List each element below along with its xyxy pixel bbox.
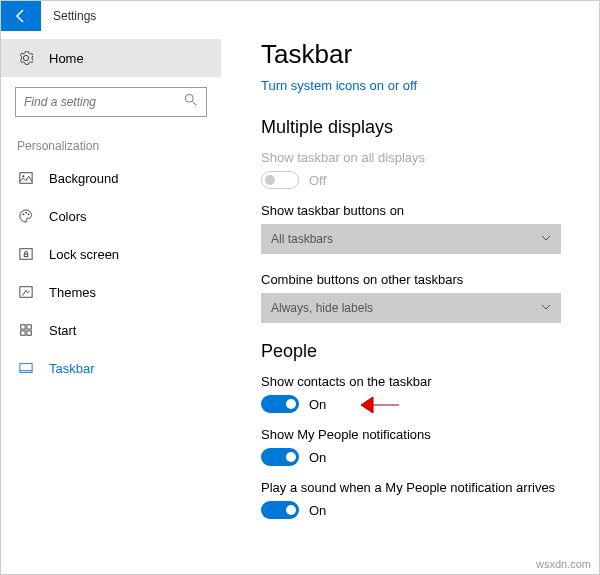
svg-point-6 (28, 213, 30, 215)
sidebar-item-start[interactable]: Start (1, 311, 221, 349)
label-show-contacts: Show contacts on the taskbar (261, 374, 569, 389)
sidebar-item-label: Taskbar (49, 361, 95, 376)
label-buttons-on: Show taskbar buttons on (261, 203, 569, 218)
search-icon (184, 93, 198, 111)
svg-rect-11 (27, 325, 31, 329)
svg-line-1 (193, 102, 197, 106)
sidebar-item-label: Colors (49, 209, 87, 224)
gear-icon (17, 51, 35, 65)
sidebar-item-themes[interactable]: Themes (1, 273, 221, 311)
svg-point-3 (22, 175, 24, 177)
label-show-notifications: Show My People notifications (261, 427, 569, 442)
toggle-show-taskbar-all (261, 171, 299, 189)
watermark: wsxdn.com (536, 558, 591, 570)
combo-combine[interactable]: Always, hide labels (261, 293, 561, 323)
chevron-down-icon (541, 301, 551, 315)
toggle-state: On (309, 450, 326, 465)
palette-icon (17, 209, 35, 223)
start-icon (17, 323, 35, 337)
sidebar-item-lockscreen[interactable]: Lock screen (1, 235, 221, 273)
toggle-show-notifications[interactable] (261, 448, 299, 466)
sidebar-item-background[interactable]: Background (1, 159, 221, 197)
toggle-state: On (309, 503, 326, 518)
combo-value: All taskbars (271, 232, 333, 246)
page-title: Taskbar (261, 39, 569, 70)
svg-rect-9 (20, 287, 32, 298)
sidebar: Home Personalization Background Colors L… (1, 31, 221, 574)
back-button[interactable] (1, 1, 41, 31)
sidebar-item-home[interactable]: Home (1, 39, 221, 77)
image-icon (17, 171, 35, 185)
sidebar-item-label: Themes (49, 285, 96, 300)
svg-point-0 (185, 94, 193, 102)
toggle-state: Off (309, 173, 326, 188)
app-title: Settings (53, 9, 96, 23)
lock-icon (17, 247, 35, 261)
label-combine: Combine buttons on other taskbars (261, 272, 569, 287)
svg-rect-10 (21, 325, 25, 329)
search-input[interactable] (24, 95, 184, 109)
chevron-down-icon (541, 232, 551, 246)
annotation-arrow (361, 393, 401, 417)
home-label: Home (49, 51, 84, 66)
svg-rect-12 (21, 331, 25, 335)
sidebar-item-colors[interactable]: Colors (1, 197, 221, 235)
brush-icon (17, 285, 35, 299)
sidebar-item-label: Start (49, 323, 76, 338)
svg-point-5 (25, 212, 27, 214)
sidebar-item-label: Background (49, 171, 118, 186)
label-show-taskbar-all: Show taskbar on all displays (261, 150, 569, 165)
section-label: Personalization (17, 139, 221, 153)
main-panel: Taskbar Turn system icons on or off Mult… (221, 31, 599, 574)
search-box[interactable] (15, 87, 207, 117)
heading-people: People (261, 341, 569, 362)
label-play-sound: Play a sound when a My People notificati… (261, 480, 569, 495)
combo-value: Always, hide labels (271, 301, 373, 315)
toggle-state: On (309, 397, 326, 412)
svg-rect-13 (27, 331, 31, 335)
sidebar-item-label: Lock screen (49, 247, 119, 262)
toggle-show-contacts[interactable] (261, 395, 299, 413)
svg-point-4 (23, 213, 25, 215)
taskbar-icon (17, 361, 35, 375)
svg-rect-8 (24, 254, 28, 257)
toggle-play-sound[interactable] (261, 501, 299, 519)
combo-buttons-on[interactable]: All taskbars (261, 224, 561, 254)
system-icons-link[interactable]: Turn system icons on or off (261, 78, 417, 93)
sidebar-item-taskbar[interactable]: Taskbar (1, 349, 221, 387)
heading-multiple-displays: Multiple displays (261, 117, 569, 138)
